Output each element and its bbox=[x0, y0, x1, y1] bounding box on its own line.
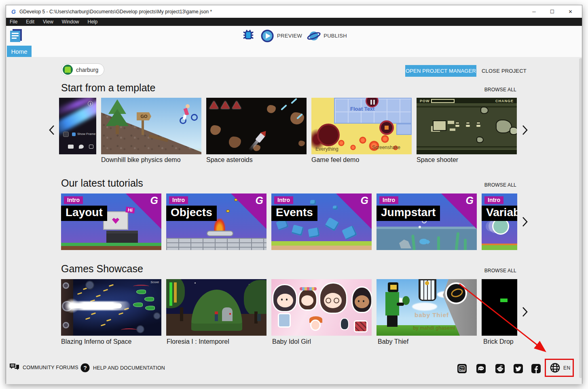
youtube-icon[interactable]: YouTube bbox=[457, 364, 467, 375]
browse-all-templates[interactable]: BROWSE ALL bbox=[484, 87, 516, 93]
tutorial-card-jumpstart[interactable]: Intro Jumpstart G bbox=[376, 193, 477, 250]
planet-icon bbox=[307, 29, 321, 43]
template-card-downhill-bike[interactable]: GO bbox=[101, 98, 201, 154]
showcase-card-brick-drop[interactable] bbox=[482, 279, 517, 336]
gdevelop-app-icon: G bbox=[11, 8, 16, 15]
preview-label: PREVIEW bbox=[277, 33, 302, 39]
chevron-left-icon[interactable] bbox=[49, 125, 55, 137]
play-icon bbox=[260, 29, 274, 43]
green-brick bbox=[500, 299, 508, 302]
tutorial-card-events[interactable]: Intro Events G bbox=[271, 193, 372, 250]
window-title: GDevelop 5 - C:\Users\charburg\Documents… bbox=[19, 9, 212, 15]
menu-bar: File Edit View Window Help bbox=[6, 18, 582, 26]
card-caption: Blazing Inferno of Space bbox=[61, 338, 131, 345]
player-ship bbox=[433, 120, 446, 131]
card-caption: Baby Thief bbox=[378, 338, 408, 345]
maximize-icon[interactable]: ☐ bbox=[543, 5, 561, 18]
penguin bbox=[340, 318, 349, 330]
template-card-game-feel[interactable]: Float Text Everything Screenshake bbox=[311, 98, 412, 154]
template-card-space-shooter[interactable]: POW CHANGE bbox=[417, 98, 517, 154]
card-caption: Downhill bike physics demo bbox=[101, 156, 181, 164]
chevron-right-icon[interactable] bbox=[522, 217, 528, 229]
go-sign: GO bbox=[137, 112, 151, 120]
publish-button[interactable]: PUBLISH bbox=[307, 29, 347, 43]
window-mini-icon[interactable] bbox=[89, 145, 93, 149]
showcase-card-blazing-inferno[interactable]: Score bbox=[61, 279, 161, 336]
browse-all-tutorials[interactable]: BROWSE ALL bbox=[484, 182, 516, 188]
menu-help[interactable]: Help bbox=[88, 19, 98, 25]
templates-row: Show Frame GO bbox=[59, 98, 518, 154]
show-frame-label: Show Frame bbox=[77, 132, 95, 136]
template-card-space-asteroids[interactable] bbox=[206, 98, 307, 154]
chevron-right-icon[interactable] bbox=[522, 307, 528, 319]
game-title-overlay: baby Thief bbox=[415, 311, 449, 318]
card-caption: Floresia I : Intemporel bbox=[167, 338, 229, 345]
card-caption: Brick Drop bbox=[483, 338, 514, 345]
home-page: charburg OPEN PROJECT MANAGER CLOSE PROJ… bbox=[6, 57, 582, 384]
toolbar: PREVIEW PUBLISH bbox=[6, 26, 582, 46]
stamina-bar bbox=[174, 282, 177, 303]
card-caption: Game feel demo bbox=[311, 156, 359, 164]
browse-all-showcase[interactable]: BROWSE ALL bbox=[484, 268, 516, 273]
game-byline-overlay: by mahdi ghasemi bbox=[413, 325, 455, 331]
section-title: Games Showcase bbox=[61, 263, 143, 275]
username: charburg bbox=[76, 67, 98, 73]
open-project-manager-button[interactable]: OPEN PROJECT MANAGER bbox=[405, 65, 476, 77]
reddit-icon[interactable] bbox=[495, 364, 505, 375]
avatar bbox=[63, 65, 73, 75]
preview-button[interactable]: PREVIEW bbox=[260, 29, 302, 43]
app-window: G GDevelop 5 - C:\Users\charburg\Documen… bbox=[6, 5, 582, 384]
help-documentation-button[interactable]: ? HELP AND DOCUMENTATION bbox=[80, 363, 165, 372]
twitter-icon[interactable] bbox=[514, 364, 523, 375]
tutorial-card-variables[interactable]: Intro Variables +1 bbox=[482, 193, 517, 250]
section-title: Our latest tutorials bbox=[61, 177, 143, 189]
mini-play-icon[interactable] bbox=[63, 132, 69, 137]
section-title: Start from a template bbox=[61, 82, 155, 94]
tutorials-row: Intro Layout G Hi Intro Objects G bbox=[61, 193, 517, 250]
menu-file[interactable]: File bbox=[10, 19, 17, 25]
pow-hud-label: POW bbox=[420, 99, 430, 103]
screenshake-label: Screenshake bbox=[372, 145, 400, 150]
tab-bar: Home bbox=[6, 46, 582, 57]
menu-window[interactable]: Window bbox=[62, 19, 79, 25]
community-forums-button[interactable]: COMMUNITY FORUMS bbox=[9, 363, 78, 372]
change-hud-label: CHANGE bbox=[495, 99, 514, 103]
card-caption: Baby Idol Girl bbox=[272, 338, 311, 345]
close-project-button[interactable]: CLOSE PROJECT bbox=[482, 68, 527, 74]
info-icon[interactable] bbox=[88, 101, 93, 106]
showcase-card-floresia[interactable] bbox=[166, 279, 267, 336]
rocket bbox=[254, 129, 268, 144]
chat-icon bbox=[9, 363, 19, 372]
score-hud-label: Score bbox=[150, 280, 159, 284]
svg-text:Tube: Tube bbox=[460, 369, 465, 371]
showcase-card-baby-idol[interactable] bbox=[271, 279, 372, 336]
everything-label: Everything bbox=[315, 146, 338, 152]
close-icon[interactable]: ✕ bbox=[561, 5, 580, 18]
show-frame-checkbox[interactable] bbox=[72, 132, 76, 136]
twitter-mini-icon[interactable] bbox=[79, 145, 84, 149]
project-manager-icon[interactable] bbox=[8, 27, 24, 45]
facebook-icon[interactable] bbox=[531, 364, 541, 375]
menu-edit[interactable]: Edit bbox=[26, 19, 34, 25]
scrollbar-thumb[interactable] bbox=[579, 58, 582, 378]
youtube-mini-icon[interactable] bbox=[68, 145, 74, 149]
question-icon: ? bbox=[80, 363, 90, 372]
health-bar bbox=[169, 282, 172, 306]
publish-label: PUBLISH bbox=[324, 33, 347, 39]
template-card-partial[interactable]: Show Frame bbox=[59, 98, 96, 154]
svg-text:?: ? bbox=[83, 365, 87, 371]
menu-view[interactable]: View bbox=[43, 19, 53, 25]
tab-home[interactable]: Home bbox=[7, 46, 32, 57]
tutorial-card-layout[interactable]: Intro Layout G Hi bbox=[61, 193, 161, 250]
tutorial-card-objects[interactable]: Intro Objects G bbox=[166, 193, 267, 250]
discord-icon[interactable] bbox=[476, 364, 486, 375]
annotation-red-box bbox=[545, 359, 574, 377]
user-profile-chip[interactable]: charburg bbox=[61, 63, 104, 76]
title-bar: G GDevelop 5 - C:\Users\charburg\Documen… bbox=[6, 5, 582, 18]
minimize-icon[interactable]: ─ bbox=[525, 5, 543, 18]
chevron-right-icon[interactable] bbox=[522, 125, 528, 137]
debugger-icon[interactable] bbox=[241, 28, 256, 44]
showcase-card-baby-thief[interactable]: baby Thief by mahdi ghasemi bbox=[376, 279, 477, 336]
float-text-label: Float Text bbox=[350, 106, 374, 112]
gdevelop-logo-letter: G bbox=[150, 195, 158, 206]
